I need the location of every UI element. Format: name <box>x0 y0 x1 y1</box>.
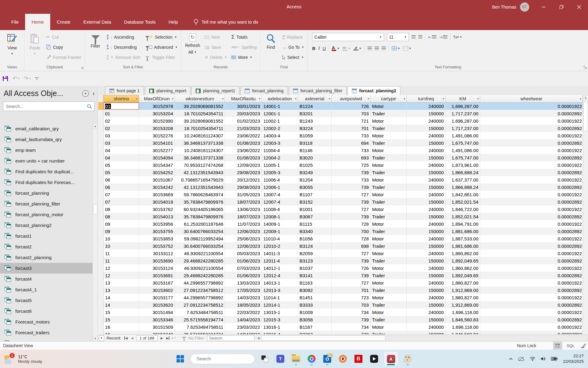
cell-maxoflasttu[interactable]: 23/06/2022 <box>225 132 262 139</box>
cell-avepostwd[interactable]: 700 <box>332 228 371 235</box>
cell-avepostwd[interactable]: 739 <box>332 316 371 323</box>
select-button[interactable]: Select▼ <box>281 52 306 62</box>
decrease-indent-button[interactable]: ⇤ <box>428 35 436 39</box>
cell-shortno[interactable]: 03 <box>104 139 139 147</box>
cell-axlelocation[interactable]: 11004-4 <box>262 147 298 154</box>
cell-maxofidnun[interactable]: 30152990 <box>139 117 175 125</box>
cell-maxofidnun[interactable]: 30153762 <box>139 205 175 213</box>
cell-axlelocation[interactable]: 12006-1 <box>262 183 298 191</box>
cell-maxoflasttu[interactable]: 29/08/2023 <box>225 183 262 191</box>
font-color-button[interactable]: A▼ <box>332 46 340 51</box>
align-left-button[interactable] <box>368 47 372 50</box>
cell-maxofidnun[interactable]: 30151509 <box>139 323 175 331</box>
format-painter-button[interactable]: Format Painter <box>45 52 83 62</box>
cell-wkstonextturn[interactable]: 60.9324405186065 <box>175 205 225 213</box>
menu-database-tools[interactable]: Database Tools <box>118 14 162 30</box>
cell-axlelocation[interactable]: 14012-1 <box>262 264 298 272</box>
cell-avepostwd[interactable]: 728 <box>332 235 371 242</box>
cell-turnfreq[interactable]: 240000 <box>407 309 446 316</box>
cell-turnfreq[interactable]: 150000 <box>407 125 446 132</box>
sidebar-item-forcast1[interactable]: forcast1 <box>0 231 92 241</box>
cell-cartype[interactable]: Motor <box>371 220 407 228</box>
cell-wkstonextturn[interactable]: 30.6400766033254 <box>175 242 225 250</box>
cell-maxoflasttu[interactable]: 25/06/2023 <box>225 235 262 242</box>
cell-km[interactable]: 1,912,869.00 <box>446 286 480 294</box>
cell-shortno[interactable]: 16 <box>104 323 139 331</box>
redo-button[interactable]: ↷▾ <box>24 75 31 82</box>
cell-wkstonextturn[interactable]: 42.1312351543943 <box>175 183 225 191</box>
cell-wheelwear[interactable]: 0.00002892 <box>480 242 583 250</box>
highlight-color-button[interactable]: ab▼ <box>342 46 351 51</box>
cell-km[interactable]: 1,637,377.00 <box>446 176 480 183</box>
cell-axlelocation[interactable]: 12010-2 <box>262 242 298 250</box>
column-header-axlelocation[interactable]: axlelocation▾ <box>262 95 298 102</box>
row-selector[interactable] <box>98 242 104 250</box>
cell-wkstonextturn[interactable]: 44.2996557798892 <box>175 279 225 286</box>
toggle-filter-button[interactable]: Toggle Filter <box>143 52 179 62</box>
row-selector[interactable] <box>98 169 104 176</box>
column-filter-icon[interactable]: ▾ <box>259 97 260 100</box>
cell-maxoflasttu[interactable]: 13/06/2023 <box>225 205 262 213</box>
cell-km[interactable]: 1,860,862.00 <box>446 250 480 257</box>
totals-button[interactable]: Σ Totals <box>230 32 258 42</box>
cell-cartype[interactable]: Motor <box>371 205 407 213</box>
column-header-maxofidnun[interactable]: MaxOfIDnun▾ <box>139 95 175 102</box>
row-selector[interactable] <box>98 213 104 220</box>
sidebar-item-forcast-planning2[interactable]: forcast_planning2 <box>0 220 92 231</box>
cell-turnfreq[interactable]: 150000 <box>407 316 446 323</box>
selection-button[interactable]: ⚡ Selection▼ <box>143 32 179 42</box>
undo-button[interactable]: ↶▾ <box>13 75 20 82</box>
column-filter-icon[interactable]: ▾ <box>443 97 444 100</box>
cell-wkstonextturn[interactable]: 18.7010254354711 <box>175 110 225 117</box>
media-app-button[interactable] <box>369 351 380 366</box>
cell-cartype[interactable]: Motor <box>371 132 407 139</box>
cell-maxofidnun[interactable]: 30153346 <box>139 316 175 323</box>
cell-turnfreq[interactable]: 240000 <box>407 147 446 154</box>
cell-axlelocation[interactable]: 11006-4 <box>262 176 298 183</box>
cell-cartype[interactable]: Trailer <box>371 198 407 205</box>
cell-km[interactable]: 1,696,118.00 <box>446 323 480 331</box>
cell-axlelocation[interactable]: 12002-2 <box>262 125 298 132</box>
cell-wkstonextturn[interactable]: 7.6253484758511 <box>175 323 225 331</box>
cell-axleserial[interactable]: B3340 <box>298 228 332 235</box>
cell-wheelwear[interactable]: 0.00002892 <box>480 198 583 205</box>
sidebar-item-even-units-car-number[interactable]: even units + car number <box>0 155 92 166</box>
cell-wheelwear[interactable]: 0.00001922 <box>480 102 583 110</box>
cell-axlelocation[interactable]: 12007-4 <box>262 198 298 205</box>
sidebar-item-email-calibration-qry[interactable]: email_calibration_qry <box>0 123 92 134</box>
cell-shortno[interactable]: 01 <box>104 102 139 110</box>
ascending-button[interactable]: AZ↓ Ascending <box>105 32 142 42</box>
cell-axleserial[interactable]: B3249 <box>298 169 332 176</box>
first-record-button[interactable]: ◀ <box>123 335 129 341</box>
cell-km[interactable]: 1,881,686.00 <box>446 242 480 250</box>
cell-dropdown-indicator[interactable]: ▼ <box>99 335 104 341</box>
cell-axlelocation[interactable]: 14009-1 <box>262 220 298 228</box>
sidebar-item-forecast-trailers[interactable]: Forecast_trailers <box>0 327 92 338</box>
cell-turnfreq[interactable]: 240000 <box>407 279 446 286</box>
cell-cartype[interactable]: Motor <box>371 102 407 110</box>
cell-km[interactable]: 1,880,827.00 <box>446 294 480 301</box>
cell-wkstonextturn[interactable]: 27.0912234758512 <box>175 301 225 309</box>
restore-button[interactable] <box>552 0 570 14</box>
cell-axlelocation[interactable]: 12014-1 <box>262 301 298 309</box>
sidebar-item-forcast5[interactable]: forcast5 <box>0 295 92 306</box>
column-filter-icon[interactable]: ▾ <box>404 97 405 100</box>
cell-wkstonextturn[interactable]: 39.2028069081552 <box>175 117 225 125</box>
nav-pane-menu-icon[interactable]: ▾ <box>82 90 89 97</box>
cell-turnfreq[interactable]: 150000 <box>407 110 446 117</box>
new-record-button[interactable]: New <box>203 32 228 42</box>
cell-shortno[interactable]: 03 <box>104 132 139 139</box>
cell-turnfreq[interactable]: 240000 <box>407 205 446 213</box>
cell-axlelocation[interactable]: 12012-4 <box>262 272 298 279</box>
design-view-button[interactable] <box>579 342 588 350</box>
nav-search-box[interactable] <box>3 102 95 111</box>
cell-shortno[interactable]: 07 <box>104 198 139 205</box>
rtl-direction-button[interactable]: ¶⇄▼ <box>453 35 462 39</box>
sql-view-button[interactable]: SQL <box>562 343 579 348</box>
cell-axleserial[interactable]: B1115 <box>298 220 332 228</box>
cell-turnfreq[interactable]: 240000 <box>407 161 446 169</box>
cell-maxoflasttu[interactable]: 01/02/2023 <box>225 117 262 125</box>
cell-avepostwd[interactable]: 739 <box>332 183 371 191</box>
cell-wkstonextturn[interactable]: 30.6400766033254 <box>175 228 225 235</box>
cell-wkstonextturn[interactable]: 10.2408161124307 <box>175 147 225 154</box>
